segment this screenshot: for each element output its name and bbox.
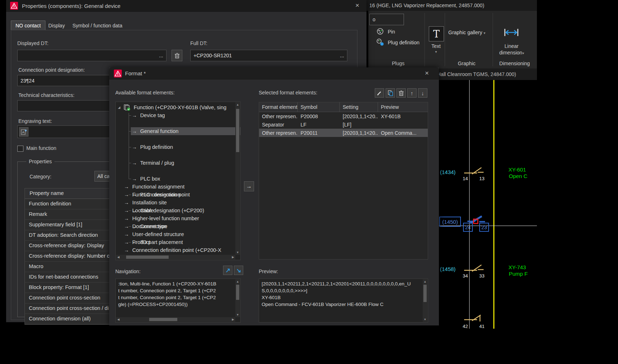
pencil-icon (377, 90, 382, 96)
table-row[interactable]: Separator LF [LF] (259, 120, 428, 129)
device-description-label: Open C (509, 173, 528, 179)
main-function-checkbox[interactable] (17, 146, 23, 152)
arrow-icon: → (124, 239, 129, 245)
arrow-icon: → (124, 247, 129, 253)
project-title: 16 (HGE, LNG Vaporizer Replacement, 2485… (369, 3, 484, 8)
device-tag-label[interactable]: XY-743 (508, 264, 526, 270)
tree-item[interactable]: →Higher-level function number (116, 214, 235, 222)
tree-item[interactable]: →Function designation (116, 191, 235, 199)
navigation-scrollbar-horizontal[interactable]: ◀ ▶ (116, 317, 235, 322)
pin-number-selected[interactable]: 24 (463, 223, 473, 232)
scroll-up-icon[interactable]: ▲ (235, 279, 240, 284)
full-dt-label: Full DT: (190, 40, 207, 46)
no-contact-symbol (464, 315, 481, 321)
plug-definition-icon (376, 38, 384, 47)
tab-display[interactable]: Display (44, 21, 69, 30)
navigation-scrollbar-vertical[interactable]: ▲ ▼ (235, 279, 240, 317)
no-contact-symbol (464, 168, 484, 174)
navigation-expand-button[interactable] (223, 266, 232, 275)
transfer-right-button[interactable]: → (244, 181, 254, 191)
preview-textbox[interactable]: [20203,1,1<20211,2,1<20211,2,1<20201<200… (259, 279, 428, 323)
preview-scrollbar-vertical[interactable]: ▲ ▼ (423, 279, 427, 322)
translate-icon[interactable]: A (19, 127, 28, 137)
contact-symbols (439, 80, 537, 329)
preview-line: [20203,1,1<20211,2,1<20211,2,1<20201<200… (259, 280, 428, 287)
chevron-down-icon[interactable]: ▾ (425, 50, 447, 54)
navigation-jump-button[interactable] (234, 266, 243, 275)
navigation-textbox[interactable]: :tion, Multi-line, Function 1 (+CP200-XY… (115, 279, 241, 323)
delete-button[interactable] (396, 88, 406, 98)
tree-item[interactable]: →Functional assignment (116, 183, 235, 191)
format-elements-tree[interactable]: ◢ Function (+CP200-XY-601B (Valve, sing … (115, 102, 241, 260)
table-row[interactable]: Other represen... P20008 [20203,1,1<20..… (259, 112, 428, 120)
column-header[interactable]: Preview (378, 102, 428, 112)
tree-item[interactable]: →Document type (116, 222, 235, 230)
table-header-row[interactable]: Format element Symbol Setting Preview (259, 102, 428, 112)
tab-no-contact[interactable]: NO contact (11, 21, 45, 30)
tree-item-selected[interactable]: →General function (116, 127, 240, 135)
pin-button[interactable]: Pin (388, 29, 395, 35)
scroll-right-icon[interactable]: ▶ (231, 255, 235, 259)
linear-dimension-button-line2[interactable]: dimension▾ (492, 50, 532, 56)
linear-dimension-button[interactable]: Linear (494, 43, 529, 49)
arrow-icon: → (124, 200, 129, 205)
tree-node-function[interactable]: ◢ Function (+CP200-XY-601B (Valve, sing (116, 103, 235, 111)
expander-icon[interactable]: ◢ (118, 106, 120, 109)
column-header[interactable]: Setting (340, 102, 378, 112)
tree-scrollbar-vertical[interactable]: ▲ ▼ (235, 102, 240, 255)
graphic-gallery-button[interactable]: Graphic gallery ▾ (448, 30, 485, 35)
search-input[interactable] (369, 14, 404, 25)
pin-number-selected[interactable]: 23 (479, 223, 489, 232)
tree-item[interactable]: →Installation site (116, 199, 235, 207)
tab-symbol-function-data[interactable]: Symbol / function data (68, 21, 127, 30)
move-up-button[interactable]: ↑ (407, 88, 417, 98)
tree-item[interactable]: →PLC box (116, 175, 240, 183)
tree-item[interactable]: →Device tag (116, 111, 240, 119)
tree-item[interactable]: →Plug definition (116, 143, 240, 151)
close-icon[interactable]: × (425, 70, 429, 76)
tree-item[interactable]: →Location designation (+CP200) (116, 207, 235, 214)
text-button[interactable]: Text (425, 43, 447, 49)
scroll-up-icon[interactable]: ▲ (235, 102, 240, 107)
scroll-up-icon[interactable]: ▲ (423, 279, 427, 284)
browse-button[interactable]: ... (159, 53, 163, 58)
cross-reference-selected[interactable]: (1450) (439, 217, 461, 227)
full-dt-field[interactable]: +CP200-SR1201 ... (190, 50, 347, 61)
preview-line: XY-601B (259, 294, 428, 301)
scroll-down-icon[interactable]: ▼ (235, 250, 240, 255)
cross-reference[interactable]: (1458) (440, 266, 455, 272)
format-dialog-titlebar[interactable]: Format * × (109, 67, 439, 80)
tree-scrollbar-horizontal[interactable]: ◀ ▶ (116, 255, 235, 259)
scroll-down-icon[interactable]: ▼ (235, 312, 240, 317)
tree-item[interactable]: →User-defined structure (116, 230, 235, 238)
properties-dialog-titlebar[interactable]: Properties (components): General device … (6, 0, 366, 12)
device-tag-label[interactable]: XY-601 (508, 167, 526, 173)
scroll-left-icon[interactable]: ◀ (116, 255, 121, 259)
connection-point-designation-label: Connection point designation: (18, 67, 85, 73)
column-header[interactable]: Format element (259, 102, 298, 112)
scroll-left-icon[interactable]: ◀ (116, 317, 121, 322)
displayed-dt-field[interactable]: ... (17, 50, 166, 61)
tree-item[interactable]: →Connection definition point (+CP200-X (116, 246, 235, 254)
delete-dt-button[interactable] (172, 50, 182, 61)
browse-button[interactable]: ... (340, 53, 344, 58)
graphic-group-label: Graphic (447, 61, 486, 66)
close-icon[interactable]: × (355, 2, 359, 9)
plug-definition-button[interactable]: Plug definition (388, 40, 419, 45)
tree-item[interactable]: →Product (116, 238, 235, 246)
edit-button[interactable] (375, 88, 384, 98)
schematic-canvas[interactable]: (1434) 14 13 XY-601 Open C (1450) 24 23 … (439, 80, 537, 329)
navigation-line: :tion, Multi-line, Function 1 (+CP200-XY… (116, 280, 240, 287)
tree-item[interactable]: →Terminal / plug (116, 159, 240, 167)
column-header[interactable]: Symbol (298, 102, 340, 112)
selected-elements-table: Format element Symbol Setting Preview Ot… (259, 102, 428, 259)
cross-reference[interactable]: (1434) (440, 169, 455, 175)
copy-button[interactable] (386, 88, 395, 98)
table-row-selected[interactable]: Other represen... P20011 [20203,1,1<20..… (259, 129, 428, 137)
properties-group-title: Properties (26, 159, 54, 164)
text-tool-icon[interactable]: T (429, 26, 444, 41)
arrow-up-icon: ↑ (410, 90, 413, 96)
scroll-down-icon[interactable]: ▼ (423, 317, 427, 322)
scroll-right-icon[interactable]: ▶ (231, 317, 235, 322)
move-down-button[interactable]: ↓ (418, 88, 427, 98)
